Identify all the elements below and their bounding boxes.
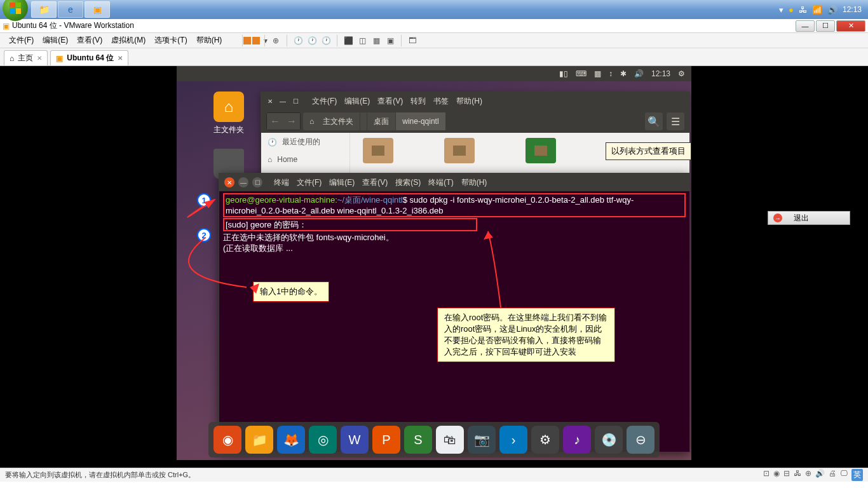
terminal-menu-edit[interactable]: 编辑(E) xyxy=(329,177,355,188)
battery-icon[interactable]: ▮▯ xyxy=(559,69,568,78)
forward-button[interactable]: → xyxy=(283,113,300,130)
crumb-home[interactable]: ⌂主文件夹 xyxy=(303,112,367,130)
status-printer-icon[interactable]: 🖨 xyxy=(829,469,836,481)
dock-wps-p[interactable]: P xyxy=(372,426,400,454)
keyboard-icon[interactable]: ⌨ xyxy=(576,69,587,78)
close-icon[interactable]: ✕ xyxy=(266,97,274,105)
taskbar-item-folder[interactable]: 📁 xyxy=(31,1,57,18)
dock-disc[interactable]: 💿 xyxy=(595,426,623,454)
revert-icon[interactable]: 🕐 xyxy=(306,35,318,46)
status-net-icon[interactable]: 🖧 xyxy=(794,469,801,481)
dock-wps-w[interactable]: W xyxy=(341,426,369,454)
terminal-menu-term[interactable]: 终端(T) xyxy=(428,177,453,188)
menu-file[interactable]: 文件(F) xyxy=(5,34,37,47)
maximize-button[interactable]: ☐ xyxy=(816,20,835,32)
view-split-icon[interactable]: ⬛ xyxy=(342,35,354,46)
bluetooth-icon[interactable]: ✱ xyxy=(620,69,627,78)
minimize-icon[interactable]: — xyxy=(279,97,287,105)
dock-files[interactable]: 📁 xyxy=(245,426,273,454)
file-item[interactable] xyxy=(444,138,475,163)
calendar-icon[interactable]: ▦ xyxy=(594,69,601,78)
tab-ubuntu[interactable]: ▣ Ubuntu 64 位 ✕ xyxy=(50,50,128,65)
vmware-titlebar: ▣ Ubuntu 64 位 - VMware Workstation — ☐ ✕ xyxy=(0,19,868,33)
crumb-desktop[interactable]: 桌面 xyxy=(367,112,396,130)
menu-vm[interactable]: 虚拟机(M) xyxy=(107,34,149,47)
tray-clock[interactable]: 12:13 xyxy=(843,5,862,14)
tray-wifi-icon[interactable]: 📶 xyxy=(812,5,822,15)
status-usb-icon[interactable]: ⊕ xyxy=(805,469,811,481)
dock-dash[interactable]: ◉ xyxy=(214,426,241,454)
dock-drive[interactable]: ⊖ xyxy=(627,426,654,454)
nautilus-menu-edit[interactable]: 编辑(E) xyxy=(344,96,370,107)
tray-volume-icon[interactable]: 🔊 xyxy=(827,5,837,15)
exit-button[interactable]: → 退出 xyxy=(768,211,850,225)
dock-next[interactable]: › xyxy=(499,426,527,454)
minimize-icon[interactable]: — xyxy=(238,177,248,187)
nautilus-menu-view[interactable]: 查看(V) xyxy=(377,96,403,107)
manage-icon[interactable]: 🕐 xyxy=(320,35,332,46)
status-sound-icon[interactable]: 🔊 xyxy=(815,469,825,481)
desktop-home-folder[interactable]: ⌂ 主文件夹 xyxy=(208,92,249,135)
nautilus-menu-file[interactable]: 文件(F) xyxy=(312,96,337,107)
snapshot-icon[interactable]: 🕐 xyxy=(292,35,304,46)
close-tab-icon[interactable]: ✕ xyxy=(118,55,123,62)
start-button[interactable] xyxy=(3,0,28,21)
terminal-menu-view[interactable]: 查看(V) xyxy=(362,177,388,188)
minimize-button[interactable]: — xyxy=(796,20,815,32)
tray-network-icon[interactable]: 🖧 xyxy=(799,5,807,15)
dock-firefox[interactable]: 🦊 xyxy=(277,426,305,454)
taskbar-item-ie[interactable]: e xyxy=(58,1,83,18)
send-ctrl-alt-del-icon[interactable]: ⊕ xyxy=(270,35,281,46)
close-tab-icon[interactable]: ✕ xyxy=(37,55,42,62)
close-button[interactable]: ✕ xyxy=(836,20,865,32)
terminal-body[interactable]: geore@geore-virtual-machine:~/桌面/wine-qq… xyxy=(219,191,689,255)
panel-clock[interactable]: 12:13 xyxy=(651,69,670,78)
pause-button[interactable]: ▾ xyxy=(248,35,259,46)
terminal-menu-terminal[interactable]: 终端 xyxy=(274,177,289,188)
sidebar-recent[interactable]: 🕐最近使用的 xyxy=(261,133,349,151)
maximize-icon[interactable]: ☐ xyxy=(252,177,262,187)
file-item[interactable] xyxy=(526,138,556,163)
library-icon[interactable]: 🗔 xyxy=(407,35,418,46)
ime-badge[interactable]: 英 xyxy=(851,469,863,481)
menu-tabs[interactable]: 选项卡(T) xyxy=(151,34,191,47)
dock-chromium[interactable]: ◎ xyxy=(309,426,337,454)
status-display-icon[interactable]: 🖵 xyxy=(840,469,848,481)
tray-chevron-icon[interactable]: ▾ xyxy=(779,5,783,15)
view-fullscreen-icon[interactable]: ▣ xyxy=(384,35,396,46)
terminal-menu-help[interactable]: 帮助(H) xyxy=(461,177,487,188)
network-icon[interactable]: ↕ xyxy=(609,69,613,78)
terminal-menu-file[interactable]: 文件(F) xyxy=(297,177,322,188)
volume-icon[interactable]: 🔊 xyxy=(634,69,644,78)
dock-camera[interactable]: 📷 xyxy=(468,426,496,454)
search-button[interactable]: 🔍 xyxy=(645,112,663,130)
crumb-folder[interactable]: wine-qqintl xyxy=(396,112,445,130)
nautilus-menu-help[interactable]: 帮助(H) xyxy=(456,96,482,107)
nautilus-menu-bookmarks[interactable]: 书签 xyxy=(433,96,449,107)
gear-icon[interactable]: ⚙ xyxy=(678,69,685,78)
ubuntu-desktop[interactable]: ▮▯ ⌨ ▦ ↕ ✱ 🔊 12:13 ⚙ ⌂ 主文件夹 ✕ — ☐ xyxy=(177,66,691,460)
dock-software[interactable]: 🛍 xyxy=(436,426,464,454)
status-hdd-icon[interactable]: ⊡ xyxy=(763,469,770,481)
nautilus-menu-go[interactable]: 转到 xyxy=(410,96,426,107)
dock-wps-s[interactable]: S xyxy=(404,426,432,454)
view-unity-icon[interactable]: ◫ xyxy=(356,35,368,46)
taskbar-item-vmware[interactable]: ▣ xyxy=(85,1,110,18)
tray-status-icon[interactable]: ● xyxy=(789,5,794,15)
menu-edit[interactable]: 编辑(E) xyxy=(39,34,72,47)
file-item[interactable] xyxy=(363,138,393,163)
close-icon[interactable]: ✕ xyxy=(224,177,234,187)
sidebar-home[interactable]: ⌂Home xyxy=(261,151,349,168)
tab-home[interactable]: ⌂ 主页 ✕ xyxy=(4,50,48,65)
view-console-icon[interactable]: ▦ xyxy=(370,35,382,46)
back-button[interactable]: ← xyxy=(267,113,283,130)
terminal-menu-search[interactable]: 搜索(S) xyxy=(395,177,421,188)
status-cd-icon[interactable]: ◉ xyxy=(773,469,780,481)
dock-settings[interactable]: ⚙ xyxy=(531,426,559,454)
menu-help[interactable]: 帮助(H) xyxy=(193,34,226,47)
dock-music[interactable]: ♪ xyxy=(563,426,591,454)
list-view-button[interactable]: ☰ xyxy=(667,112,684,130)
menu-view[interactable]: 查看(V) xyxy=(73,34,106,47)
maximize-icon[interactable]: ☐ xyxy=(292,97,299,105)
status-floppy-icon[interactable]: ⊟ xyxy=(783,469,790,481)
